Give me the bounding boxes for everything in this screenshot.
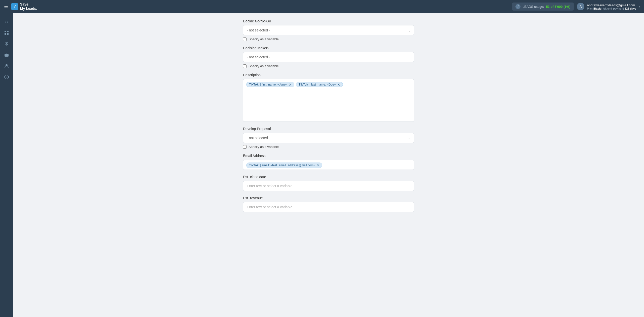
develop-proposal-select-wrapper[interactable]: - not selected - Yes No ⌄ (243, 133, 414, 143)
develop-proposal-group: Develop Proposal - not selected - Yes No… (243, 127, 414, 149)
svg-rect-1 (7, 31, 9, 32)
user-menu-chevron-icon: › (639, 5, 640, 9)
description-tag-lastname-remove[interactable]: ✕ (337, 83, 340, 86)
decision-maker-variable-checkbox[interactable] (243, 64, 247, 68)
est-close-date-input[interactable] (243, 181, 414, 191)
svg-text:?: ? (6, 75, 7, 78)
develop-proposal-variable-label[interactable]: Specify as a variable (249, 145, 279, 149)
logo-text: Save My Leads. (20, 2, 37, 11)
decision-maker-variable-label[interactable]: Specify as a variable (249, 64, 279, 68)
est-close-date-label: Est. close date (243, 175, 414, 179)
decide-go-nogo-group: Decide Go/No-Go - not selected - Yes No … (243, 19, 414, 41)
svg-rect-5 (6, 53, 7, 54)
svg-rect-3 (7, 33, 9, 35)
description-group: Description TikTok | first_name: «Jane» … (243, 73, 414, 122)
decision-maker-label: Decision Maker? (243, 46, 414, 50)
sidebar-item-grid[interactable] (2, 28, 11, 37)
main-content: Decide Go/No-Go - not selected - Yes No … (13, 13, 644, 317)
decide-go-nogo-select[interactable]: - not selected - Yes No (243, 25, 414, 35)
svg-rect-4 (5, 54, 9, 57)
user-plan: Plan |Basic| left until payment 128 days (587, 7, 636, 10)
leads-label: LEADS usage: (522, 5, 544, 9)
plan-name: Basic (594, 7, 601, 10)
email-address-tag-input[interactable]: TikTok | email: «test_email_address@mail… (243, 160, 414, 170)
develop-proposal-select[interactable]: - not selected - Yes No (243, 133, 414, 143)
est-revenue-group: Est. revenue (243, 196, 414, 212)
decide-go-nogo-variable-row: Specify as a variable (243, 37, 414, 41)
leads-usage-widget: i LEADS usage: 53 of 5'000 (1%) (512, 3, 574, 11)
user-menu[interactable]: A andrewsavemyleads@gmail.com Plan |Basi… (577, 3, 640, 10)
email-address-tag-email[interactable]: TikTok | email: «test_email_address@mail… (246, 163, 322, 168)
logo: ✓ Save My Leads. (11, 2, 37, 11)
decide-go-nogo-variable-label[interactable]: Specify as a variable (249, 37, 279, 41)
info-icon: i (515, 4, 520, 9)
top-navbar: ☰ ✓ Save My Leads. i LEADS usage: 53 of … (0, 0, 644, 13)
develop-proposal-variable-checkbox[interactable] (243, 145, 247, 149)
days-remaining: 128 days (625, 7, 636, 10)
user-email: andrewsavemyleads@gmail.com (587, 3, 636, 7)
decide-go-nogo-select-wrapper[interactable]: - not selected - Yes No ⌄ (243, 25, 414, 35)
sidebar-item-user[interactable] (2, 61, 11, 70)
email-address-group: Email Address TikTok | email: «test_emai… (243, 154, 414, 170)
decide-go-nogo-label: Decide Go/No-Go (243, 19, 414, 23)
description-tag-firstname-remove[interactable]: ✕ (289, 83, 292, 86)
leads-count: 53 of 5'000 (1%) (546, 5, 570, 9)
sidebar-item-briefcase[interactable] (2, 50, 11, 59)
decision-maker-select-wrapper[interactable]: - not selected - Yes No ⌄ (243, 52, 414, 62)
description-label: Description (243, 73, 414, 77)
user-info: andrewsavemyleads@gmail.com Plan |Basic|… (587, 3, 636, 10)
svg-rect-0 (5, 31, 6, 32)
est-revenue-label: Est. revenue (243, 196, 414, 200)
decide-go-nogo-variable-checkbox[interactable] (243, 37, 247, 41)
description-tag-firstname[interactable]: TikTok | first_name: «Jane» ✕ (246, 82, 294, 87)
logo-check-icon: ✓ (11, 3, 18, 10)
description-tag-input[interactable]: TikTok | first_name: «Jane» ✕ TikTok | l… (243, 79, 414, 122)
email-address-tag-remove[interactable]: ✕ (317, 164, 319, 167)
sidebar-item-help[interactable]: ? (2, 72, 11, 82)
decision-maker-group: Decision Maker? - not selected - Yes No … (243, 46, 414, 68)
email-address-label: Email Address (243, 154, 414, 158)
sidebar-item-home[interactable]: ⌂ (2, 17, 11, 26)
user-avatar: A (577, 3, 584, 10)
svg-rect-2 (5, 33, 6, 35)
form-container: Decide Go/No-Go - not selected - Yes No … (243, 19, 414, 212)
description-tag-lastname[interactable]: TikTok | last_name: «Doe» ✕ (296, 82, 343, 87)
est-close-date-group: Est. close date (243, 175, 414, 191)
sidebar-item-dollar[interactable]: $ (2, 39, 11, 48)
decision-maker-select[interactable]: - not selected - Yes No (243, 52, 414, 62)
sidebar: ⌂ $ ? (0, 13, 13, 317)
est-revenue-input[interactable] (243, 202, 414, 212)
develop-proposal-variable-row: Specify as a variable (243, 145, 414, 149)
develop-proposal-label: Develop Proposal (243, 127, 414, 131)
decision-maker-variable-row: Specify as a variable (243, 64, 414, 68)
menu-icon[interactable]: ☰ (4, 4, 8, 9)
